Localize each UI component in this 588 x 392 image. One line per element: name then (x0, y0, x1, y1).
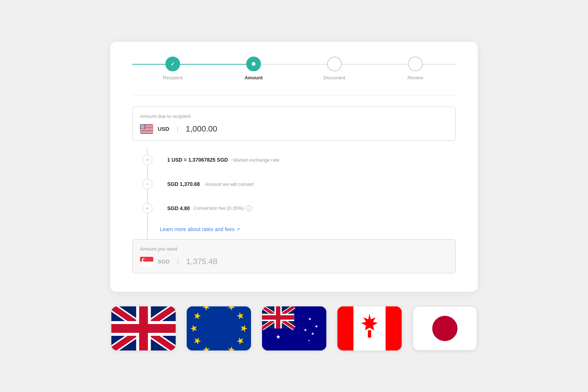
exchange-rate-note: Market exchange rate (233, 157, 279, 163)
svg-point-23 (142, 127, 143, 127)
amount-due-row: USD | 1,000.00 (140, 124, 448, 134)
learn-more-text: Learn more about rates and fees (160, 226, 234, 232)
svg-point-25 (144, 127, 144, 127)
svg-point-13 (141, 125, 141, 126)
external-link-icon: ↗ (236, 227, 240, 232)
step-review: Review (375, 57, 456, 80)
svg-point-11 (143, 125, 144, 125)
svg-point-29 (143, 127, 144, 128)
plus-symbol: + (142, 203, 153, 213)
svg-point-10 (142, 125, 143, 125)
convert-amount: SGD 1,370.68 (167, 181, 201, 187)
step-circle-amount (246, 57, 261, 71)
step-label-review: Review (408, 75, 423, 80)
main-card: ✓ Recipient Amount Document Review (110, 42, 478, 292)
flag-jp[interactable] (413, 306, 477, 350)
flags-row (111, 306, 477, 350)
svg-point-33 (143, 128, 143, 129)
amount-send-box: Amount you send SGD | 1,375 (132, 239, 456, 273)
svg-point-19 (142, 126, 143, 127)
svg-point-12 (144, 125, 145, 125)
amount-due-currency: USD (158, 126, 169, 132)
svg-point-15 (143, 125, 143, 126)
svg-rect-5 (140, 131, 153, 132)
flag-ca[interactable] (337, 306, 402, 350)
svg-point-17 (140, 126, 141, 127)
step-circle-recipient: ✓ (165, 57, 180, 71)
flag-eu[interactable] (187, 306, 251, 350)
equals-symbol: = (142, 179, 153, 189)
svg-point-21 (144, 126, 145, 127)
sgd-flag-icon (140, 257, 153, 266)
multiply-symbol: × (142, 155, 153, 165)
amount-send-currency: SGD (158, 258, 170, 265)
exchange-rate-value: 1 USD = 1.37067825 SGD (167, 157, 228, 163)
svg-point-16 (144, 125, 144, 126)
svg-rect-36 (140, 262, 153, 266)
amount-due-box[interactable]: Amount due to recipient (132, 107, 456, 141)
checkmark-icon: ✓ (171, 61, 175, 67)
svg-rect-4 (140, 129, 153, 130)
info-icon[interactable]: i (246, 205, 252, 211)
us-flag-icon (140, 124, 153, 134)
amount-due-value: 1,000.00 (186, 124, 217, 134)
flag-au[interactable] (262, 306, 326, 350)
svg-rect-35 (140, 257, 153, 262)
amount-send-value: 1,375.48 (186, 257, 218, 266)
svg-point-20 (143, 126, 144, 127)
step-recipient: ✓ Recipient (132, 57, 213, 80)
amount-send-label: Amount you send (140, 246, 448, 252)
svg-point-31 (141, 128, 141, 129)
step-amount: Amount (213, 57, 294, 80)
step-document: Document (294, 57, 375, 80)
svg-point-18 (141, 126, 142, 127)
svg-point-34 (144, 128, 144, 129)
step-label-recipient: Recipient (163, 75, 183, 80)
svg-rect-64 (368, 330, 371, 338)
flag-uk[interactable] (111, 306, 176, 350)
svg-point-66 (432, 316, 458, 341)
exchange-rate-text: 1 USD = 1.37067825 SGD (167, 157, 229, 163)
svg-point-14 (142, 125, 143, 126)
svg-rect-41 (187, 306, 251, 350)
svg-rect-63 (353, 306, 386, 350)
amount-send-row: SGD | 1,375.48 (140, 257, 448, 266)
amount-send-separator: | (177, 258, 179, 265)
learn-more-link[interactable]: Learn more about rates and fees ↗ (160, 226, 240, 232)
svg-point-8 (140, 125, 141, 125)
step-label-document: Document (323, 75, 345, 80)
fee-amount: SGD 4.80 (167, 205, 190, 211)
fee-label: Conversion fee (0.35%) (193, 205, 244, 211)
svg-point-26 (140, 127, 141, 128)
divider (132, 95, 456, 96)
convert-amount-value: SGD 1,370.68 (167, 181, 200, 187)
fee-amount-value: SGD 4.80 (167, 205, 190, 211)
step-label-amount: Amount (244, 75, 262, 80)
svg-rect-6 (140, 132, 153, 133)
step-dot-amount (252, 62, 255, 66)
page-wrapper: ✓ Recipient Amount Document Review (0, 0, 588, 392)
convert-label: Amount we will convert (205, 181, 254, 187)
step-circle-review (408, 57, 423, 71)
svg-point-9 (141, 125, 142, 125)
svg-point-28 (142, 127, 143, 128)
step-circle-document (327, 57, 342, 71)
svg-point-22 (141, 127, 141, 127)
svg-point-32 (142, 128, 143, 129)
svg-point-30 (144, 127, 145, 128)
amount-due-label: Amount due to recipient (140, 114, 448, 119)
svg-point-24 (143, 127, 143, 127)
amount-separator: | (177, 125, 179, 133)
stepper: ✓ Recipient Amount Document Review (132, 57, 456, 80)
svg-point-27 (141, 127, 142, 128)
